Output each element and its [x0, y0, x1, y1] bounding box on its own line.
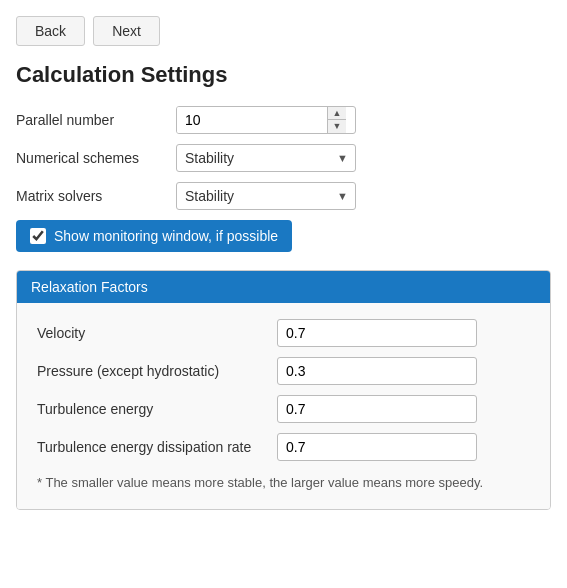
matrix-solvers-select[interactable]: Stability Performance Custom	[176, 182, 356, 210]
pressure-row: Pressure (except hydrostatic)	[37, 357, 530, 385]
turbulence-energy-row: Turbulence energy	[37, 395, 530, 423]
relaxation-header: Relaxation Factors	[17, 271, 550, 303]
next-button[interactable]: Next	[93, 16, 160, 46]
back-button[interactable]: Back	[16, 16, 85, 46]
matrix-solvers-row: Matrix solvers Stability Performance Cus…	[16, 182, 551, 210]
pressure-input[interactable]	[277, 357, 477, 385]
turbulence-energy-label: Turbulence energy	[37, 401, 277, 417]
matrix-solvers-label: Matrix solvers	[16, 188, 176, 204]
turbulence-energy-input[interactable]	[277, 395, 477, 423]
parallel-number-row: Parallel number ▲ ▼	[16, 106, 551, 134]
relaxation-body: Velocity Pressure (except hydrostatic) T…	[17, 303, 550, 509]
parallel-number-input[interactable]	[177, 107, 327, 133]
relaxation-panel: Relaxation Factors Velocity Pressure (ex…	[16, 270, 551, 510]
pressure-label: Pressure (except hydrostatic)	[37, 363, 277, 379]
nav-buttons: Back Next	[16, 16, 551, 46]
turbulence-dissipation-row: Turbulence energy dissipation rate	[37, 433, 530, 461]
turbulence-dissipation-input[interactable]	[277, 433, 477, 461]
turbulence-dissipation-label: Turbulence energy dissipation rate	[37, 439, 277, 455]
spinner-up[interactable]: ▲	[328, 107, 346, 120]
spinner-down[interactable]: ▼	[328, 120, 346, 133]
monitoring-window-checkbox[interactable]	[30, 228, 46, 244]
numerical-schemes-select-wrap: Stability Accuracy Custom ▼	[176, 144, 356, 172]
relaxation-note: * The smaller value means more stable, t…	[37, 473, 530, 493]
velocity-input[interactable]	[277, 319, 477, 347]
numerical-schemes-select[interactable]: Stability Accuracy Custom	[176, 144, 356, 172]
numerical-schemes-row: Numerical schemes Stability Accuracy Cus…	[16, 144, 551, 172]
parallel-number-label: Parallel number	[16, 112, 176, 128]
numerical-schemes-label: Numerical schemes	[16, 150, 176, 166]
monitoring-window-label: Show monitoring window, if possible	[54, 228, 278, 244]
monitoring-window-row[interactable]: Show monitoring window, if possible	[16, 220, 292, 252]
velocity-label: Velocity	[37, 325, 277, 341]
velocity-row: Velocity	[37, 319, 530, 347]
page-title: Calculation Settings	[16, 62, 551, 88]
parallel-number-spinners: ▲ ▼	[327, 107, 346, 133]
matrix-solvers-select-wrap: Stability Performance Custom ▼	[176, 182, 356, 210]
parallel-number-input-wrap: ▲ ▼	[176, 106, 356, 134]
